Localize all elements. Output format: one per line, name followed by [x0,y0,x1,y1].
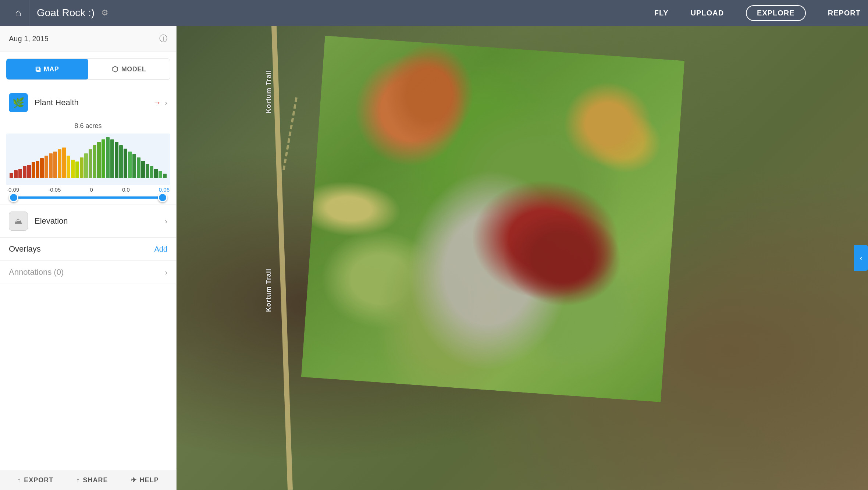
axis-min: -0.09 [7,187,19,193]
tab-model-label: MODEL [121,65,146,73]
ndvi-heatmap [301,36,684,402]
export-button[interactable]: ↑ EXPORT [17,476,53,484]
annotations-chevron-icon: › [165,268,167,277]
info-icon[interactable]: ⓘ [159,33,167,44]
elevation-row[interactable]: ⛰ Elevation › [0,205,176,238]
overlays-label: Overlays [9,244,41,254]
trail-label-bottom: Kortum Trail [265,269,273,312]
project-title: Goat Rock :) [37,7,95,19]
histogram-chart [6,134,170,185]
plant-health-label: Plant Health [35,98,153,107]
nav-explore[interactable]: EXPLORE [746,5,806,21]
trail-label-top: Kortum Trail [265,70,273,113]
histogram-section: 8.6 acres [0,119,176,205]
header: ⌂ Goat Rock :) ⚙ FLY UPLOAD EXPLORE REPO… [0,0,868,26]
axis-005: 0.0 [122,187,130,193]
model-tab-icon: ⬡ [112,65,118,74]
map-tab-icon: ⧉ [35,65,41,74]
share-label: SHARE [83,476,108,484]
nav-report[interactable]: REPORT [828,9,861,17]
axis-zero: 0 [90,187,93,193]
chevron-right-icon: › [165,99,167,107]
slider-thumb-right[interactable] [158,193,167,202]
tab-model[interactable]: ⬡ MODEL [88,59,170,79]
help-button[interactable]: ✈ HELP [131,476,159,484]
slider-track [9,196,167,199]
sidebar-footer: ↑ EXPORT ↑ SHARE ✈ HELP [0,470,176,490]
export-label: EXPORT [24,476,53,484]
help-label: HELP [140,476,159,484]
elevation-icon-box: ⛰ [9,212,28,231]
slider-fill [9,196,167,199]
histogram-bars [10,137,167,178]
ndvi-map-overlay [301,36,684,402]
main-nav: FLY UPLOAD EXPLORE REPORT [654,5,861,21]
tab-map[interactable]: ⧉ MAP [6,59,88,79]
add-overlay-button[interactable]: Add [154,245,167,253]
histogram-axis: -0.09 -0.05 0 0.0 0.06 [6,187,170,193]
annotations-row[interactable]: Annotations (0) › [0,261,176,284]
help-icon: ✈ [131,476,137,484]
home-icon: ⌂ [15,7,21,19]
export-icon: ↑ [17,476,21,484]
main-content: Aug 1, 2015 ⓘ ⧉ MAP ⬡ MODEL 🌿 Plant Heal… [0,26,868,490]
collapse-sidebar-button[interactable]: ‹ [854,245,868,271]
axis-minus005: -0.05 [48,187,61,193]
sidebar: Aug 1, 2015 ⓘ ⧉ MAP ⬡ MODEL 🌿 Plant Heal… [0,26,177,490]
slider-thumb-left[interactable] [9,193,18,202]
elevation-chevron-icon: › [165,217,167,226]
overlays-row: Overlays Add [0,238,176,261]
ndvi-range-slider[interactable] [9,196,167,199]
plant-health-row[interactable]: 🌿 Plant Health → › [0,86,176,119]
plant-leaf-icon: 🌿 [13,97,24,109]
axis-max: 0.06 [159,187,170,193]
red-arrow-icon: → [153,98,161,107]
tab-map-label: MAP [44,65,59,73]
view-tab-switcher: ⧉ MAP ⬡ MODEL [6,58,170,80]
gear-icon[interactable]: ⚙ [101,8,108,18]
date-bar: Aug 1, 2015 ⓘ [0,26,176,52]
flight-date: Aug 1, 2015 [9,35,49,43]
home-button[interactable]: ⌂ [7,0,29,26]
collapse-icon: ‹ [860,254,862,262]
annotations-label: Annotations (0) [9,267,64,277]
acres-label: 8.6 acres [6,119,170,130]
nav-upload[interactable]: UPLOAD [691,9,724,17]
elevation-mountain-icon: ⛰ [14,216,22,226]
share-button[interactable]: ↑ SHARE [76,476,108,484]
map-view[interactable]: Kortum Trail Kortum Trail ‹ [177,26,868,490]
elevation-label: Elevation [35,216,165,226]
nav-fly[interactable]: FLY [654,9,669,17]
share-icon: ↑ [76,476,80,484]
plant-health-icon-box: 🌿 [9,93,28,112]
